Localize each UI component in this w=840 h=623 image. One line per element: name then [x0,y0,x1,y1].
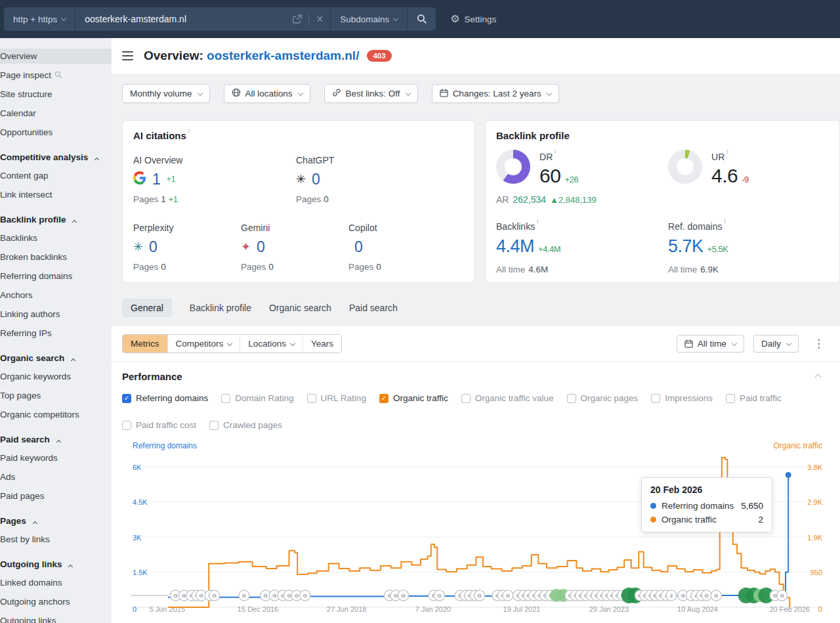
checkbox-organic-pages[interactable]: Organic pages [567,393,639,403]
segment-competitors[interactable]: Competitors [167,335,240,353]
performance-title: Performance [122,371,182,382]
sidebar-item-anchors[interactable]: Anchors [0,288,112,303]
external-link-icon[interactable] [293,14,302,24]
checkbox-organic-traffic-value[interactable]: Organic traffic value [461,393,554,403]
sidebar-section-header[interactable]: Outgoing links [0,559,112,569]
sidebar-section-header[interactable]: Competitive analysis [0,152,112,162]
sidebar-item-organic-keywords[interactable]: Organic keywords [0,369,112,384]
link-icon [332,88,341,99]
citation-count[interactable]: 0 [354,238,363,256]
view-segmented-control: MetricsCompetitorsLocationsYears [122,334,342,353]
sidebar-section-header[interactable]: Paid search [0,435,112,444]
sidebar-item-broken-backlinks[interactable]: Broken backlinks [0,249,112,265]
checkbox-paid-traffic[interactable]: Paid traffic [726,393,782,403]
citation-count[interactable]: 0 [312,171,320,188]
unchecked-checkbox-icon [461,394,471,403]
sidebar: OverviewPage inspectSite structureCalend… [0,38,112,623]
citation-count[interactable]: 1 [152,171,161,188]
sidebar-section-header[interactable]: Pages [0,516,112,526]
svg-text:G: G [780,593,784,599]
right-tick-label: 3.8K [807,463,822,471]
citation-count[interactable]: 0 [257,238,265,256]
clear-input-icon[interactable]: ✕ [316,14,324,24]
segment-locations[interactable]: Locations [240,335,303,353]
chevron-down-icon [546,90,551,95]
sidebar-item-backlinks[interactable]: Backlinks [0,230,112,246]
monthly-volume-filter[interactable]: Monthly volume [122,84,210,103]
more-options-icon[interactable]: ⋮ [808,337,830,351]
sidebar-item-outgoing-links[interactable]: Outgoing links [0,613,112,623]
sidebar-item-paid-keywords[interactable]: Paid keywords [0,450,112,465]
chevron-up-icon [71,358,75,363]
sidebar-item-ads[interactable]: Ads [0,469,112,484]
all-locations-filter[interactable]: All locations [224,84,310,103]
tab-organic-search[interactable]: Organic search [269,299,331,317]
sidebar-section-header[interactable]: Backlink profile [0,215,112,225]
unchecked-checkbox-icon [221,394,230,403]
sidebar-item-top-pages[interactable]: Top pages [0,388,112,403]
chevron-up-icon [33,521,37,526]
sidebar-item-calendar[interactable]: Calendar [0,106,112,121]
settings-button[interactable]: ⚙ Settings [450,14,496,24]
menu-toggle-icon[interactable] [122,51,133,61]
metric-checkboxes: ✓Referring domainsDomain RatingURL Ratin… [122,393,830,430]
changes-last-2-years-filter[interactable]: Changes: Last 2 years [432,84,559,103]
citation-count[interactable]: 0 [149,238,158,256]
sidebar-item-linked-domains[interactable]: Linked domains [0,575,112,590]
tab-paid-search[interactable]: Paid search [349,299,398,317]
chevron-down-icon [732,340,737,345]
tooltip-date: 20 Feb 2026 [650,484,763,495]
sidebar-item-overview[interactable]: Overview [0,49,112,64]
target-domain-link[interactable]: oosterkerk-amsterdam.nl/ [207,49,359,62]
sidebar-item-referring-ips[interactable]: Referring IPs [0,326,112,341]
pages-count: 0 [268,262,274,272]
domain-input[interactable]: oosterkerk-amsterdam.nl ✕ [75,7,331,31]
copilot-block: Copilot0Pages0 [348,223,453,272]
sidebar-item-page-inspect[interactable]: Page inspect [0,68,112,83]
checkbox-organic-traffic[interactable]: ✓Organic traffic [379,393,448,403]
title-prefix: Overview: [144,49,203,62]
target-search-bar: http + https oosterkerk-amsterdam.nl ✕ S… [4,7,436,31]
sidebar-item-link-intersect[interactable]: Link intersect [0,187,112,202]
sidebar-item-content-gap[interactable]: Content gap [0,168,112,183]
svg-text:G: G [681,593,685,599]
checkbox-paid-traffic-cost[interactable]: Paid traffic cost [122,420,196,430]
sidebar-item-opportunities[interactable]: Opportunities [0,125,112,140]
checkbox-crawled-pages[interactable]: Crawled pages [209,420,282,430]
sidebar-section-header[interactable]: Organic search [0,353,112,363]
x-axis-label: 19 Jul 2021 [503,605,541,613]
sidebar-item-referring-domains[interactable]: Referring domains [0,269,112,284]
checked-checkbox-icon: ✓ [122,394,131,403]
tab-backlink-profile[interactable]: Backlink profile [190,299,251,317]
svg-text:G: G [295,593,299,599]
scope-dropdown[interactable]: Subdomains [331,7,407,31]
protocol-dropdown[interactable]: http + https [4,7,75,31]
sidebar-item-linking-authors[interactable]: Linking authors [0,307,112,322]
tab-general[interactable]: General [122,299,172,317]
search-button[interactable] [407,7,436,31]
checkbox-referring-domains[interactable]: ✓Referring domains [122,393,208,403]
best-links-off-filter[interactable]: Best links: Off [324,84,418,103]
sidebar-item-outgoing-anchors[interactable]: Outgoing anchors [0,594,112,609]
sidebar-item-paid-pages[interactable]: Paid pages [0,488,112,504]
backlink-profile-card: Backlink profile DRi 60+26 AR262,534▲2,8… [485,120,840,283]
checkbox-impressions[interactable]: Impressions [651,393,713,403]
unchecked-checkbox-icon [567,394,576,403]
checkbox-url-rating[interactable]: URL Rating [307,393,366,403]
sidebar-item-organic-competitors[interactable]: Organic competitors [0,407,112,422]
collapse-icon[interactable] [815,374,822,381]
granularity-button[interactable]: Daily [753,335,799,353]
date-range-button[interactable]: All time [677,335,744,353]
sidebar-item-site-structure[interactable]: Site structure [0,87,112,102]
x-axis-label: 10 Aug 2024 [677,605,718,613]
segment-metrics[interactable]: Metrics [123,335,167,353]
series-dot-icon [650,503,656,509]
scope-label: Subdomains [340,14,389,24]
checkbox-domain-rating[interactable]: Domain Rating [221,393,293,403]
unchecked-checkbox-icon [307,394,316,403]
svg-text:G: G [182,593,186,599]
sidebar-item-best-by-links[interactable]: Best by links [0,532,112,547]
segment-years[interactable]: Years [303,335,341,353]
series-end-dot [786,472,791,478]
x-axis-label: 5 Jun 2015 [150,605,185,613]
